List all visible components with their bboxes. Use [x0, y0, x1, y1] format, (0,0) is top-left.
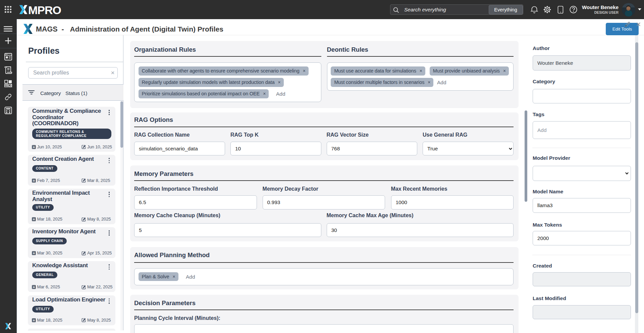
svg-text:MPRO: MPRO — [28, 5, 61, 14]
